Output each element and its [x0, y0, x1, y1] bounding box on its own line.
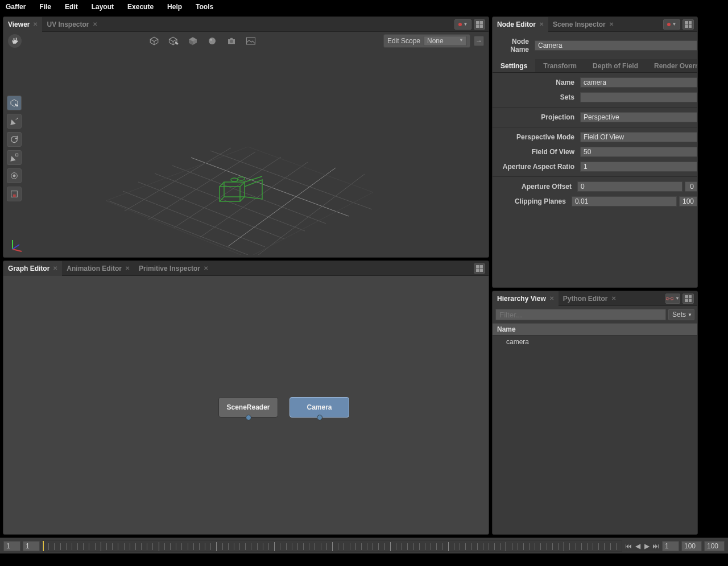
menu-tools[interactable]: Tools: [196, 3, 213, 11]
timeline-ruler[interactable]: [42, 540, 622, 552]
close-icon[interactable]: ✕: [611, 295, 616, 301]
close-icon[interactable]: ✕: [93, 21, 97, 27]
tab-python-editor[interactable]: Python Editor ✕: [559, 291, 621, 306]
camera-icon[interactable]: [225, 34, 238, 48]
timeline-current-frame[interactable]: 1: [23, 541, 40, 551]
svg-point-1: [210, 39, 212, 40]
shaded-cube-icon[interactable]: [186, 34, 200, 48]
tab-ne-label: Node Editor: [497, 20, 536, 28]
skip-start-button[interactable]: ⏮: [624, 542, 632, 550]
svg-point-0: [209, 38, 216, 44]
close-icon[interactable]: ✕: [125, 265, 130, 271]
aperture-offset-x-field[interactable]: 0: [577, 181, 682, 192]
timeline-playback-controls: ⏮ ◀ ▶ ⏭: [624, 542, 660, 550]
menu-help[interactable]: Help: [167, 3, 182, 11]
edit-scope-control: Edit Scope None: [383, 34, 470, 48]
hierarchy-filter-input[interactable]: [495, 309, 666, 320]
tab-anim-label: Animation Editor: [67, 265, 122, 272]
menu-edit[interactable]: Edit: [65, 3, 78, 11]
tab-hierarchy-view[interactable]: Hierarchy View ✕: [493, 291, 559, 306]
sphere-icon[interactable]: [205, 34, 219, 48]
close-icon[interactable]: ✕: [204, 265, 208, 271]
layout-grid-button[interactable]: [682, 19, 694, 30]
projection-field[interactable]: Perspective: [580, 112, 697, 122]
edit-scope-dropdown[interactable]: None: [424, 36, 466, 46]
timeline-range-end[interactable]: 100: [704, 541, 725, 551]
close-icon[interactable]: ✕: [33, 21, 38, 27]
tab-animation-editor[interactable]: Animation Editor ✕: [62, 261, 134, 276]
hierarchy-sets-dropdown[interactable]: Sets: [668, 309, 694, 320]
close-icon[interactable]: ✕: [609, 21, 614, 27]
tab-node-editor[interactable]: Node Editor ✕: [493, 17, 548, 32]
tab-hv-label: Hierarchy View: [497, 295, 546, 303]
subtab-depth-of-field[interactable]: Depth of Field: [585, 59, 646, 72]
play-reverse-button[interactable]: ◀: [634, 542, 642, 550]
link-indicator-button[interactable]: ▼: [665, 294, 680, 304]
sets-field[interactable]: [580, 92, 697, 102]
sets-label: Sets: [493, 93, 578, 101]
pin-indicator-button[interactable]: ▼: [663, 19, 680, 30]
svg-rect-23: [220, 187, 240, 201]
node-camera[interactable]: Camera: [289, 397, 349, 418]
pan-tool-icon[interactable]: [8, 34, 22, 48]
subtab-render-overrides[interactable]: Render Overrides: [646, 59, 697, 72]
subtab-transform[interactable]: Transform: [535, 59, 585, 72]
tab-prim-label: Primitive Inspector: [139, 265, 200, 272]
menu-layout[interactable]: Layout: [92, 3, 114, 11]
fov-field[interactable]: 50: [580, 147, 697, 157]
cube-cursor-icon[interactable]: [167, 34, 180, 48]
name-label: Name: [493, 79, 578, 86]
viewer-tabstrip: Viewer ✕ UV Inspector ✕ ▼: [3, 17, 489, 32]
tab-uv-inspector[interactable]: UV Inspector ✕: [42, 17, 101, 32]
red-dot-icon: [667, 23, 671, 26]
tab-primitive-inspector[interactable]: Primitive Inspector ✕: [134, 261, 213, 276]
close-icon[interactable]: ✕: [549, 295, 554, 301]
aspect-label: Aperture Aspect Ratio: [493, 163, 578, 171]
menu-execute[interactable]: Execute: [127, 3, 154, 11]
subtab-settings[interactable]: Settings: [493, 59, 535, 72]
svg-line-18: [173, 157, 281, 228]
hierarchy-item[interactable]: camera: [493, 337, 697, 347]
clip-far-field[interactable]: 100: [679, 196, 697, 206]
tab-viewer[interactable]: Viewer ✕: [3, 17, 42, 32]
menu-file[interactable]: File: [39, 3, 51, 11]
node-editor-panel: Node Editor ✕ Scene Inspector ✕ ▼: [492, 16, 698, 288]
hierarchy-column-header: Name: [493, 323, 697, 336]
node-output-port[interactable]: [246, 415, 251, 420]
layout-grid-button[interactable]: [474, 19, 485, 30]
layout-grid-button[interactable]: [474, 263, 485, 274]
close-icon[interactable]: ✕: [539, 21, 544, 27]
grid-icon: [685, 295, 692, 302]
node-output-port[interactable]: [317, 415, 322, 420]
tab-scene-inspector[interactable]: Scene Inspector ✕: [548, 17, 618, 32]
perspective-mode-field[interactable]: Field Of View: [580, 132, 697, 142]
close-icon[interactable]: ✕: [53, 265, 57, 271]
node-name-field[interactable]: Camera: [535, 40, 697, 51]
node-scenereader[interactable]: SceneReader: [218, 397, 278, 418]
play-forward-button[interactable]: ▶: [643, 542, 651, 550]
grid-plane: [3, 50, 489, 255]
layout-grid-button[interactable]: [682, 294, 694, 304]
timeline-start-frame[interactable]: 1: [3, 541, 20, 551]
pin-indicator-button[interactable]: ▼: [454, 19, 471, 30]
name-field[interactable]: camera: [580, 77, 697, 88]
viewer-viewport[interactable]: [3, 50, 489, 257]
hierarchy-panel: Hierarchy View ✕ Python Editor ✕ ▼: [492, 291, 698, 535]
graph-canvas[interactable]: SceneReader Camera: [3, 276, 489, 534]
timeline-display-frame[interactable]: 1: [662, 541, 679, 551]
camera-wireframe: [220, 176, 262, 201]
timeline-end-frame[interactable]: 100: [681, 541, 702, 551]
aspect-field[interactable]: 1: [580, 162, 697, 172]
clip-near-field[interactable]: 0.01: [572, 196, 677, 206]
image-frame-icon[interactable]: [244, 34, 258, 48]
tab-graph-editor[interactable]: Graph Editor ✕: [3, 261, 62, 276]
tab-py-label: Python Editor: [563, 295, 608, 303]
aperture-offset-y-field[interactable]: 0: [685, 181, 697, 192]
menu-gaffer[interactable]: Gaffer: [6, 3, 26, 11]
wireframe-cube-icon[interactable]: [147, 34, 161, 48]
hierarchy-list: camera: [493, 336, 697, 534]
timeline: 1 1 ⏮ ◀ ▶ ⏭ 1 100 100: [0, 538, 728, 553]
node-label: Camera: [307, 403, 332, 411]
edit-scope-next-button[interactable]: →: [474, 36, 484, 46]
skip-end-button[interactable]: ⏭: [652, 542, 660, 550]
